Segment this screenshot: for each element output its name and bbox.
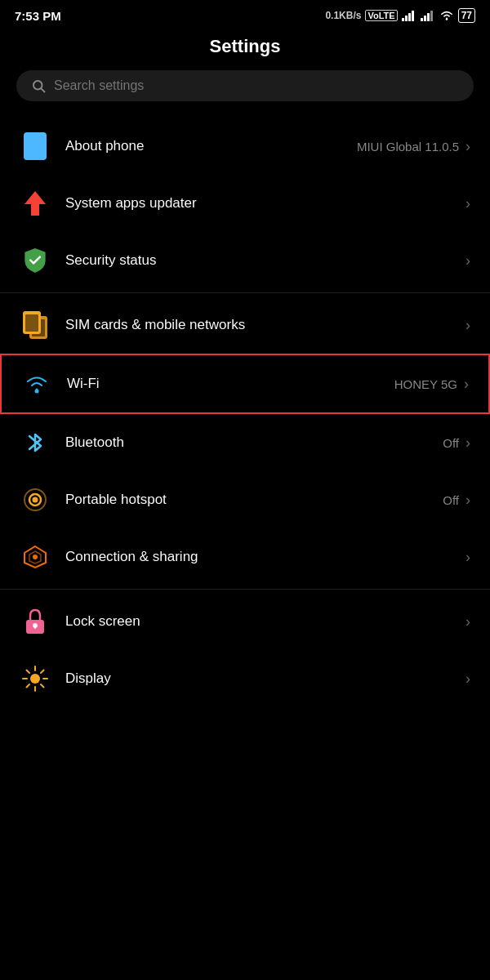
display-label: Display — [65, 670, 466, 687]
svg-line-10 — [41, 88, 44, 91]
lock-screen-item[interactable]: Lock screen › — [0, 593, 490, 650]
svg-rect-7 — [430, 11, 433, 21]
system-apps-item[interactable]: System apps updater › — [0, 175, 490, 232]
sim-icon — [20, 310, 51, 341]
about-phone-item[interactable]: About phone MIUI Global 11.0.5 › — [0, 118, 490, 175]
chevron-icon: › — [464, 376, 469, 393]
system-apps-label: System apps updater — [65, 195, 466, 212]
status-bar: 7:53 PM 0.1KB/s VoLTE 77 — [0, 0, 490, 28]
security-status-item[interactable]: Security status › — [0, 232, 490, 289]
svg-rect-21 — [34, 626, 36, 629]
hotspot-icon — [20, 484, 51, 515]
search-icon — [31, 78, 46, 93]
svg-rect-2 — [408, 13, 411, 21]
volte-badge: VoLTE — [365, 10, 397, 21]
svg-rect-0 — [402, 18, 404, 21]
svg-point-8 — [445, 18, 448, 20]
svg-point-12 — [35, 390, 39, 394]
about-phone-label: About phone — [65, 138, 357, 154]
connection-sharing-label: Connection & sharing — [65, 549, 466, 565]
connection-icon — [20, 541, 51, 572]
svg-line-27 — [27, 670, 30, 674]
connection-sharing-item[interactable]: Connection & sharing › — [0, 528, 490, 586]
display-item[interactable]: Display › — [0, 650, 490, 707]
shield-icon — [20, 245, 51, 276]
update-icon — [20, 188, 51, 219]
status-time: 7:53 PM — [15, 9, 61, 23]
svg-rect-4 — [421, 18, 423, 21]
chevron-icon: › — [466, 252, 470, 270]
page-title: Settings — [0, 28, 490, 70]
svg-point-15 — [33, 497, 38, 503]
hotspot-label: Portable hotspot — [65, 492, 443, 508]
svg-line-29 — [41, 670, 44, 674]
divider-2 — [0, 589, 490, 590]
signal2-icon — [421, 10, 435, 21]
hotspot-value: Off — [443, 493, 459, 507]
chevron-icon: › — [466, 138, 470, 155]
lock-screen-label: Lock screen — [65, 613, 466, 630]
bluetooth-icon — [20, 427, 51, 458]
about-phone-value: MIUI Global 11.0.5 — [357, 140, 459, 154]
bluetooth-label: Bluetooth — [65, 434, 443, 451]
chevron-icon: › — [466, 670, 470, 688]
search-bar[interactable] — [16, 70, 474, 101]
bluetooth-item[interactable]: Bluetooth Off › — [0, 414, 490, 471]
wifi-status-icon — [439, 10, 454, 21]
svg-rect-3 — [412, 11, 414, 21]
chevron-icon: › — [466, 613, 470, 630]
search-input[interactable] — [54, 78, 459, 93]
bluetooth-value: Off — [443, 436, 459, 450]
svg-rect-5 — [424, 16, 426, 21]
phone-icon — [20, 131, 51, 162]
wifi-value: HONEY 5G — [394, 377, 457, 391]
wifi-item[interactable]: Wi-Fi HONEY 5G › — [0, 354, 490, 414]
sim-cards-item[interactable]: SIM cards & mobile networks › — [0, 296, 490, 354]
signal-icon — [402, 10, 416, 21]
svg-line-30 — [27, 684, 30, 688]
battery-indicator: 77 — [458, 8, 475, 23]
chevron-icon: › — [466, 317, 470, 334]
status-icons: 0.1KB/s VoLTE 77 — [325, 8, 475, 23]
chevron-icon: › — [466, 195, 470, 212]
sim-cards-label: SIM cards & mobile networks — [65, 317, 466, 333]
svg-point-22 — [30, 674, 40, 684]
svg-rect-1 — [405, 16, 408, 21]
network-speed: 0.1KB/s — [325, 10, 361, 21]
security-status-label: Security status — [65, 252, 466, 269]
wifi-label: Wi-Fi — [67, 376, 394, 392]
hotspot-item[interactable]: Portable hotspot Off › — [0, 471, 490, 528]
svg-marker-11 — [24, 191, 46, 216]
svg-point-18 — [33, 555, 38, 559]
lock-icon — [20, 606, 51, 637]
divider-1 — [0, 292, 490, 293]
chevron-icon: › — [466, 492, 470, 509]
wifi-icon — [21, 368, 52, 399]
chevron-icon: › — [466, 549, 470, 566]
svg-line-28 — [41, 684, 44, 688]
svg-rect-6 — [427, 13, 430, 21]
chevron-icon: › — [466, 434, 470, 452]
display-icon — [20, 663, 51, 694]
